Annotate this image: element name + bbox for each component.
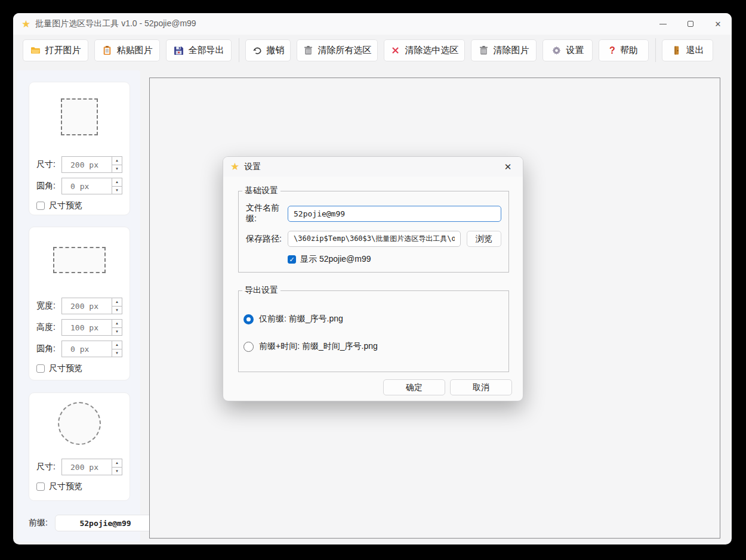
radius-value: 0 px [62, 178, 112, 194]
clear-images-label: 清除图片 [494, 45, 529, 56]
spin-down-icon[interactable]: ▼ [112, 328, 122, 336]
close-button[interactable]: ✕ [704, 13, 732, 35]
width-label: 宽度: [36, 301, 61, 311]
size-preview-checkbox-row: 尺寸预览 [36, 481, 122, 492]
radius-spinner[interactable]: 0 px ▲▼ [61, 341, 122, 357]
ok-label: 确定 [406, 382, 423, 393]
maximize-button[interactable] [677, 13, 704, 35]
height-spinner[interactable]: 100 px ▲▼ [61, 319, 122, 336]
question-icon: ? [609, 45, 615, 56]
app-window: ★ 批量图片选区导出工具 v1.0 - 52pojie@m99 ✕ 打开图片 粘… [13, 13, 732, 544]
square-shape-preview[interactable] [61, 98, 98, 135]
toolbar-separator [655, 38, 656, 62]
width-field-row: 宽度: 200 px ▲▼ [36, 298, 122, 314]
open-images-button[interactable]: 打开图片 [23, 39, 88, 61]
clear-images-button[interactable]: 清除图片 [471, 39, 537, 61]
prefix-only-radio[interactable] [243, 314, 254, 324]
clear-all-selections-button[interactable]: 清除所有选区 [297, 39, 378, 61]
size-preview-checkbox-row: 尺寸预览 [36, 200, 122, 211]
height-label: 高度: [36, 322, 61, 333]
size-spinner[interactable]: 200 px ▲▼ [61, 459, 122, 475]
toolbar-separator [239, 38, 239, 62]
circle-shape-preview[interactable] [58, 402, 101, 445]
minimize-button[interactable] [649, 13, 677, 35]
filename-prefix-label: 文件名前缀: [246, 203, 288, 224]
spin-down-icon[interactable]: ▼ [112, 187, 122, 194]
show-credit-checkbox[interactable]: ✓ [288, 255, 296, 264]
spin-up-icon[interactable]: ▲ [112, 459, 122, 468]
browse-label: 浏览 [476, 234, 492, 245]
rectangle-shape-preview[interactable] [53, 247, 106, 273]
maximize-icon [688, 21, 693, 27]
trash-icon [303, 45, 313, 55]
radius-spinner[interactable]: 0 px ▲▼ [61, 178, 122, 194]
save-path-input[interactable] [288, 231, 461, 247]
size-spinner[interactable]: 200 px ▲▼ [61, 156, 122, 173]
settings-dialog: ★ 设置 ✕ 基础设置 文件名前缀: 保存路径: 浏览 ✓ 显示 52pojie… [223, 156, 523, 401]
undo-arrow-icon [252, 45, 262, 55]
height-field-row: 高度: 100 px ▲▼ [36, 319, 122, 336]
spin-up-icon[interactable]: ▲ [112, 298, 122, 307]
prefix-input[interactable] [55, 515, 156, 531]
window-title: 批量图片选区导出工具 v1.0 - 52pojie@m99 [35, 18, 196, 29]
export-settings-group: 导出设置 仅前缀: 前缀_序号.png 前缀+时间: 前缀_时间_序号.png [238, 285, 509, 372]
spin-down-icon[interactable]: ▼ [112, 307, 122, 314]
dialog-star-icon: ★ [230, 162, 239, 172]
prefix-only-radio-row: 仅前缀: 前缀_序号.png [243, 314, 508, 324]
exit-door-icon [671, 45, 682, 55]
help-button[interactable]: ? 帮助 [599, 39, 649, 61]
dialog-close-button[interactable]: ✕ [501, 160, 514, 174]
size-preview-label: 尺寸预览 [49, 481, 82, 492]
minimize-icon [659, 24, 667, 24]
spin-up-icon[interactable]: ▲ [112, 157, 122, 165]
prefix-time-label: 前缀+时间: 前缀_时间_序号.png [259, 341, 378, 352]
close-icon: ✕ [715, 20, 722, 29]
export-settings-legend: 导出设置 [242, 285, 280, 296]
settings-button[interactable]: 设置 [542, 39, 593, 61]
spin-down-icon[interactable]: ▼ [112, 165, 122, 173]
browse-button[interactable]: 浏览 [467, 231, 501, 247]
exit-button[interactable]: 退出 [662, 39, 713, 61]
spin-up-icon[interactable]: ▲ [112, 341, 122, 349]
filename-prefix-input[interactable] [288, 206, 501, 222]
size-preview-checkbox[interactable] [36, 364, 45, 373]
prefix-label: 前缀: [29, 518, 55, 528]
radius-value: 0 px [62, 341, 112, 357]
help-label: 帮助 [620, 45, 638, 56]
size-preview-label: 尺寸预览 [49, 363, 82, 374]
size-label: 尺寸: [36, 159, 61, 170]
undo-button[interactable]: 撤销 [245, 39, 291, 61]
exit-label: 退出 [686, 45, 704, 56]
size-preview-checkbox[interactable] [36, 482, 45, 491]
save-path-label: 保存路径: [246, 234, 288, 245]
width-spinner[interactable]: 200 px ▲▼ [61, 298, 122, 314]
spin-up-icon[interactable]: ▲ [112, 320, 122, 328]
open-images-label: 打开图片 [45, 45, 81, 56]
spin-up-icon[interactable]: ▲ [112, 178, 122, 187]
cancel-button[interactable]: 取消 [450, 379, 512, 395]
spin-down-icon[interactable]: ▼ [112, 349, 122, 357]
size-preview-checkbox-row: 尺寸预览 [36, 363, 122, 374]
title-bar: ★ 批量图片选区导出工具 v1.0 - 52pojie@m99 ✕ [13, 13, 732, 35]
prefix-only-label: 仅前缀: 前缀_序号.png [259, 314, 343, 324]
radius-label: 圆角: [36, 344, 61, 354]
app-star-icon: ★ [21, 19, 30, 29]
size-value: 200 px [62, 459, 112, 475]
paste-images-button[interactable]: 粘贴图片 [94, 39, 160, 61]
basic-settings-legend: 基础设置 [242, 185, 280, 196]
size-value: 200 px [62, 157, 112, 172]
spin-down-icon[interactable]: ▼ [112, 468, 122, 475]
undo-label: 撤销 [267, 45, 285, 56]
ok-button[interactable]: 确定 [383, 379, 445, 395]
clear-selected-selection-button[interactable]: 清除选中选区 [384, 39, 465, 61]
sidebar: 尺寸: 200 px ▲▼ 圆角: 0 px ▲▼ 尺寸预览 [17, 70, 140, 542]
filename-prefix-row: 文件名前缀: [246, 203, 501, 224]
trash-icon [479, 45, 489, 55]
radius-field-row: 圆角: 0 px ▲▼ [36, 341, 122, 357]
prefix-time-radio[interactable] [243, 342, 254, 352]
size-preview-checkbox[interactable] [36, 202, 45, 210]
save-path-row: 保存路径: 浏览 [246, 231, 501, 247]
export-all-button[interactable]: 全部导出 [166, 39, 232, 61]
prefix-time-radio-row: 前缀+时间: 前缀_时间_序号.png [243, 341, 508, 352]
size-label: 尺寸: [36, 462, 61, 472]
